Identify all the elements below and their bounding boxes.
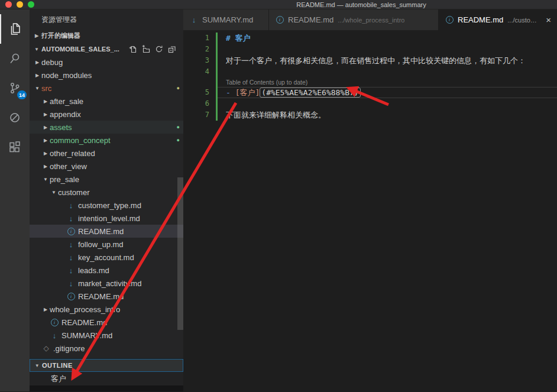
outline-label: OUTLINE [42, 362, 73, 369]
chevron-down-icon: ▼ [33, 86, 41, 91]
editor-content: 1# 客户23对于一个客户，有很多相关信息，而在销售过程中，其中比较关键的信息，… [183, 30, 557, 391]
tree-item-label: SUMMARY.md [61, 331, 112, 340]
new-file-icon[interactable] [129, 45, 137, 53]
title-bar: README.md — automobile_sales_summary [0, 0, 557, 9]
maximize-window-button[interactable] [28, 1, 34, 8]
readme-info-icon: i [50, 319, 59, 326]
activity-debug[interactable] [0, 103, 30, 132]
line-content: Table of Contents (up to date) [218, 77, 557, 87]
codelens-label[interactable]: Table of Contents (up to date) [226, 79, 307, 86]
line-number: 5 [183, 87, 209, 98]
explorer-actions [129, 45, 183, 53]
tab-readme-md-whole-process-intro[interactable]: iREADME.md.../whole_process_intro [269, 9, 439, 30]
line-content [218, 44, 557, 55]
window-title: README.md — automobile_sales_summary [296, 1, 426, 8]
collapse-all-icon[interactable] [168, 45, 176, 53]
tree-item-label: assets [50, 123, 72, 132]
line-number: 1 [183, 33, 209, 44]
code-line-1: 1# 客户 [183, 33, 557, 44]
readme-info-icon: i [445, 16, 454, 24]
tree-item-label: key_account.md [78, 253, 134, 262]
code-token: - [226, 88, 235, 97]
tree-item-summary-md[interactable]: ↓SUMMARY.md [30, 329, 183, 342]
scm-badge: 14 [17, 90, 27, 99]
line-content: 下面就来详细解释相关概念。 [218, 109, 557, 121]
activity-extensions[interactable] [0, 132, 30, 162]
gitignore-icon: ◇ [41, 344, 51, 352]
tree-item-readme-md[interactable]: iREADME.md [30, 290, 183, 303]
readme-info-icon: i [66, 293, 76, 300]
tree-item-label: other_view [50, 162, 87, 171]
tree-item-customer-type-md[interactable]: ↓customer_type.md [30, 199, 183, 212]
tree-item-label: customer_type.md [78, 201, 141, 210]
tab-summary-md[interactable]: ↓SUMMARY.md [183, 9, 269, 30]
tree-item-label: debug [41, 58, 63, 67]
window-controls [0, 1, 34, 8]
chevron-right-icon: ▶ [41, 164, 50, 169]
tree-item-label: after_sale [50, 97, 83, 106]
line-number [183, 77, 209, 87]
activity-source-control[interactable]: 14 [0, 73, 30, 103]
new-folder-icon[interactable] [142, 45, 150, 53]
tree-item-label: node_modules [41, 71, 92, 80]
chevron-right-icon: ▶ [32, 33, 41, 38]
git-status-dot: ● [177, 137, 180, 143]
tree-item-other-related[interactable]: ▶other_related [30, 147, 183, 160]
chevron-right-icon: ▶ [41, 138, 50, 143]
close-window-button[interactable] [5, 1, 12, 8]
tree-item-label: pre_sale [50, 175, 79, 184]
tree-item-follow-up-md[interactable]: ↓follow_up.md [30, 238, 183, 251]
tree-item-readme-md[interactable]: iREADME.md [30, 316, 183, 329]
line-content: - [客户](#%E5%AE%A2%E6%88%B7) [218, 87, 557, 98]
code-token: 对于一个客户，有很多相关信息，而在销售过程中，其中比较关键的信息，有如下几个： [226, 56, 526, 65]
tab-description: .../customer [507, 17, 540, 24]
folder-section-header[interactable]: ▼ AUTOMOBILE_SALES_... [30, 43, 183, 56]
open-editors-section-header[interactable]: ▶ 打开的编辑器 [30, 28, 183, 43]
chevron-down-icon: ▼ [50, 190, 58, 195]
tree-item-src[interactable]: ▼src● [30, 82, 183, 95]
tree-item-gitignore[interactable]: ◇.gitignore [30, 342, 183, 355]
tree-item-appendix[interactable]: ▶appendix [30, 108, 183, 121]
chevron-down-icon: ▼ [41, 177, 50, 182]
tree-item-key-account-md[interactable]: ↓key_account.md [30, 251, 183, 264]
tree-item-intention-level-md[interactable]: ↓intention_level.md [30, 212, 183, 225]
line-number: 4 [183, 66, 209, 77]
vscode-window: README.md — automobile_sales_summary 14 [0, 0, 557, 392]
tree-item-leads-md[interactable]: ↓leads.md [30, 264, 183, 277]
tree-item-common-concept[interactable]: ▶common_concept● [30, 134, 183, 147]
outline-item-label: 客户 [51, 374, 66, 383]
line-number: 3 [183, 55, 209, 66]
refresh-icon[interactable] [155, 45, 163, 53]
outline-item-customer[interactable]: 客户 [30, 372, 183, 385]
chevron-right-icon: ▶ [33, 60, 41, 65]
sidebar-scrollbar[interactable] [177, 177, 183, 330]
code-token: 下面就来详细解释相关概念。 [226, 111, 326, 119]
tree-item-assets[interactable]: ▶assets● [30, 121, 183, 134]
tree-item-label: README.md [61, 318, 107, 327]
codelens-row: Table of Contents (up to date) [183, 77, 557, 87]
tree-item-node-modules[interactable]: ▶node_modules [30, 69, 183, 82]
tree-item-whole-process-intro[interactable]: ▶whole_process_intro [30, 303, 183, 316]
tab-readme-md-customer[interactable]: iREADME.md.../customer× [439, 9, 557, 30]
tree-item-pre-sale[interactable]: ▼pre_sale [30, 173, 183, 186]
code-line-4: 4 [183, 66, 557, 77]
tree-item-customer[interactable]: ▼customer [30, 186, 183, 199]
minimize-window-button[interactable] [17, 1, 23, 8]
activity-explorer[interactable] [0, 14, 30, 44]
tree-item-debug[interactable]: ▶debug [30, 56, 183, 69]
markdown-icon: ↓ [50, 331, 59, 340]
chevron-down-icon: ▼ [33, 363, 42, 368]
tree-item-after-sale[interactable]: ▶after_sale [30, 95, 183, 108]
tree-item-readme-md[interactable]: iREADME.md [30, 225, 183, 238]
activity-search[interactable] [0, 44, 30, 73]
tree-item-other-view[interactable]: ▶other_view [30, 160, 183, 173]
tree-item-market-activity-md[interactable]: ↓market_activity.md [30, 277, 183, 290]
search-icon [8, 51, 22, 66]
tab-title: README.md [458, 15, 503, 24]
outline-section-header[interactable]: ▼ OUTLINE [30, 359, 183, 372]
markdown-icon: ↓ [66, 240, 76, 249]
markdown-icon: ↓ [66, 201, 76, 210]
line-content [218, 98, 557, 109]
close-icon[interactable]: × [540, 15, 551, 24]
tree-item-label: follow_up.md [78, 240, 124, 249]
